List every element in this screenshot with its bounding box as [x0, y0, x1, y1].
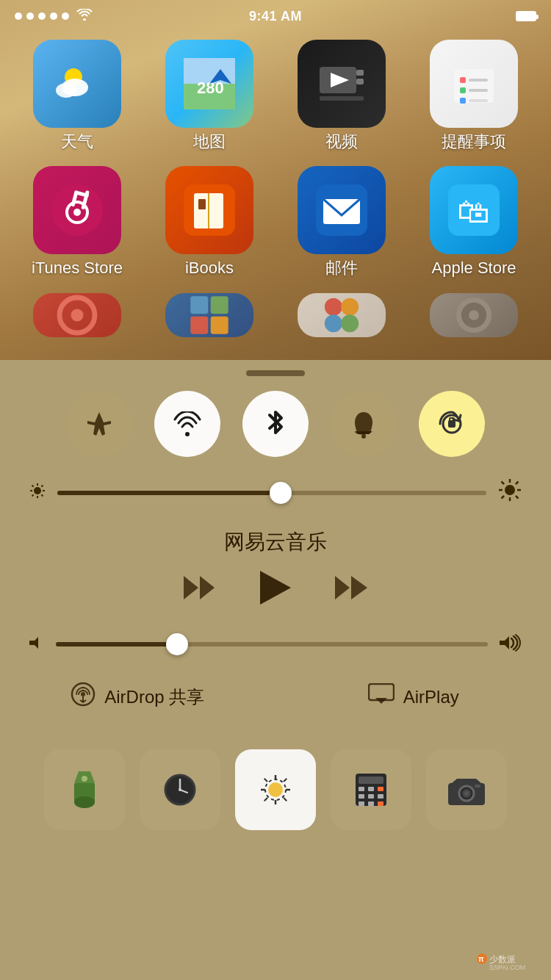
brightness-slider-fill — [57, 491, 281, 495]
svg-rect-12 — [454, 69, 494, 103]
homescreen: 天气 280 地图 — [0, 0, 551, 360]
signal-dot — [50, 12, 57, 20]
svg-point-113 — [464, 791, 469, 796]
svg-rect-34 — [190, 296, 208, 314]
svg-rect-105 — [359, 794, 364, 799]
svg-rect-108 — [359, 801, 364, 806]
svg-rect-18 — [469, 99, 488, 102]
brightness-row — [0, 472, 551, 514]
app-item-ibooks[interactable]: iBooks — [147, 166, 272, 278]
app-label-videos: 视频 — [325, 132, 358, 151]
svg-point-21 — [73, 209, 81, 216]
app-item-maps[interactable]: 280 地图 — [147, 40, 272, 151]
svg-marker-67 — [184, 576, 198, 599]
app-item-weather[interactable]: 天气 — [15, 40, 140, 151]
airdrop-label: AirDrop 共享 — [104, 685, 204, 709]
volume-max-icon — [500, 634, 522, 655]
app-icon-partial3 — [298, 293, 386, 337]
app-label-mail: 邮件 — [325, 259, 358, 278]
toggle-row — [0, 383, 551, 472]
svg-line-56 — [41, 486, 43, 487]
svg-line-99 — [264, 798, 267, 801]
airplay-label: AirPlay — [403, 687, 459, 707]
app-item-reminders[interactable]: 提醒事项 — [411, 40, 536, 151]
do-not-disturb-button[interactable] — [331, 391, 397, 457]
svg-marker-68 — [200, 576, 215, 599]
airplane-mode-button[interactable] — [66, 391, 132, 457]
rewind-button[interactable] — [182, 576, 216, 599]
airdrop-button[interactable]: AirDrop 共享 — [0, 663, 276, 731]
svg-line-64 — [516, 496, 519, 499]
svg-point-58 — [505, 485, 515, 495]
svg-point-45 — [361, 434, 366, 439]
svg-point-41 — [341, 314, 359, 332]
rotation-lock-button[interactable] — [419, 391, 485, 457]
app-item-partial4[interactable] — [411, 293, 536, 337]
svg-rect-103 — [368, 787, 374, 791]
app-item-partial2[interactable] — [147, 293, 272, 337]
app-item-partial3[interactable] — [279, 293, 404, 337]
svg-point-38 — [325, 298, 342, 316]
app-label-ibooks: iBooks — [185, 259, 234, 278]
svg-point-2 — [56, 83, 76, 98]
clock-button[interactable] — [140, 749, 220, 830]
app-icon-maps: 280 — [165, 40, 253, 128]
airdrop-icon — [71, 682, 96, 712]
svg-text:SSPAI.COM: SSPAI.COM — [489, 964, 525, 970]
fast-forward-button[interactable] — [335, 576, 369, 599]
app-icon-partial4 — [430, 293, 518, 337]
svg-rect-104 — [378, 787, 383, 791]
svg-text:π: π — [478, 955, 484, 963]
svg-marker-72 — [29, 637, 38, 649]
airplay-icon — [368, 683, 395, 710]
app-icon-mail — [298, 166, 386, 254]
app-item-videos[interactable]: 视频 — [279, 40, 404, 151]
app-item-partial1[interactable] — [15, 293, 140, 337]
svg-rect-114 — [475, 785, 480, 788]
play-button[interactable] — [260, 571, 291, 605]
app-icon-weather — [33, 40, 121, 128]
app-label-maps: 地图 — [193, 132, 226, 151]
app-icon-partial2 — [165, 293, 253, 337]
app-icon-partial1 — [33, 293, 121, 337]
svg-rect-106 — [368, 794, 374, 799]
volume-slider-track[interactable] — [56, 642, 488, 646]
calculator-button[interactable] — [331, 749, 411, 830]
app-icon-reminders — [430, 40, 518, 128]
airplay-button[interactable]: AirPlay — [276, 663, 552, 731]
svg-rect-13 — [460, 77, 466, 83]
app-icon-itunes — [33, 166, 121, 254]
brightness-max-icon — [498, 478, 522, 507]
brightness-slider-track[interactable] — [57, 491, 486, 495]
app-item-itunes[interactable]: iTunes Store — [15, 166, 140, 278]
display-brightness-button[interactable] — [235, 749, 316, 830]
svg-point-33 — [71, 309, 83, 321]
app-item-appstore[interactable]: 🛍 Apple Store — [411, 166, 536, 278]
music-controls — [29, 571, 522, 605]
svg-point-75 — [81, 692, 85, 696]
svg-marker-73 — [500, 636, 509, 649]
svg-rect-15 — [460, 87, 466, 93]
flashlight-button[interactable] — [44, 749, 125, 830]
volume-slider-thumb[interactable] — [166, 633, 188, 655]
battery-icon — [516, 11, 536, 21]
volume-row — [0, 627, 551, 663]
wifi-button[interactable] — [154, 391, 220, 457]
camera-button[interactable] — [426, 749, 507, 830]
svg-line-97 — [284, 798, 287, 801]
svg-line-57 — [32, 494, 34, 496]
bluetooth-button[interactable] — [242, 391, 309, 457]
status-time: 9:41 AM — [249, 9, 302, 24]
watermark: π 少数派 SSPAI.COM — [476, 948, 542, 973]
app-label-itunes: iTunes Store — [32, 259, 123, 278]
svg-rect-14 — [469, 79, 488, 82]
signal-area — [15, 9, 93, 24]
svg-rect-10 — [356, 79, 364, 84]
status-bar: 9:41 AM — [0, 0, 551, 32]
svg-rect-27 — [198, 199, 206, 209]
svg-marker-71 — [351, 576, 367, 599]
svg-line-96 — [264, 779, 267, 782]
brightness-slider-thumb[interactable] — [270, 482, 292, 504]
music-section: 网易云音乐 — [0, 514, 551, 627]
app-item-mail[interactable]: 邮件 — [279, 166, 404, 278]
